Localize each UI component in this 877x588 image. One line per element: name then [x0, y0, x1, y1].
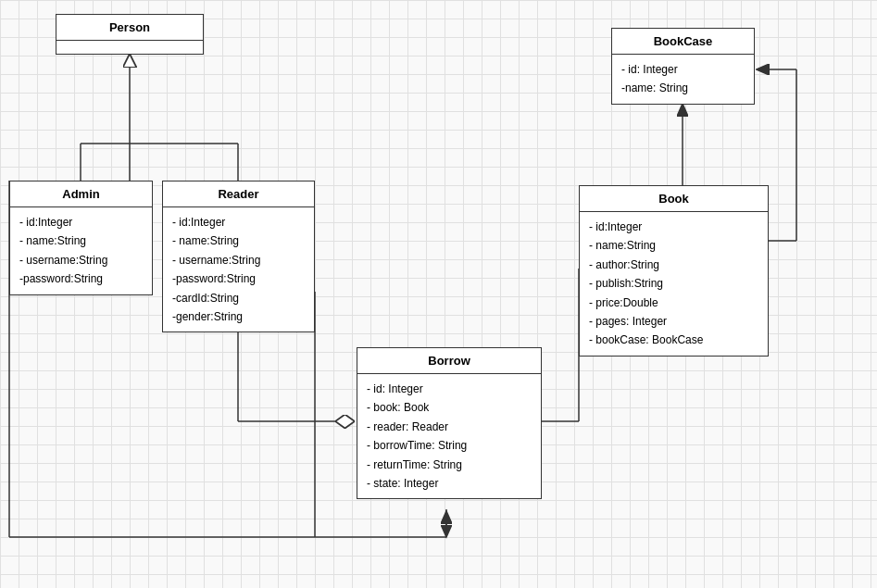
class-admin-header: Admin — [10, 181, 152, 207]
borrow-attr-5: - returnTime: String — [367, 456, 532, 474]
book-attr-7: - bookCase: BookCase — [589, 331, 758, 349]
class-book-body: - id:Integer - name:String - author:Stri… — [580, 212, 768, 356]
book-attr-1: - id:Integer — [589, 218, 758, 236]
bookcase-attr-1: - id: Integer — [621, 60, 745, 79]
reader-attr-4: -password:String — [172, 269, 305, 288]
class-reader-header: Reader — [163, 181, 314, 207]
class-book-header: Book — [580, 186, 768, 212]
class-bookcase-title: BookCase — [654, 34, 713, 48]
admin-attr-1: - id:Integer — [19, 213, 143, 231]
class-borrow: Borrow - id: Integer - book: Book - read… — [357, 347, 542, 499]
reader-attr-1: - id:Integer — [172, 213, 305, 231]
class-person-title: Person — [109, 20, 150, 34]
admin-attr-2: - name:String — [19, 231, 143, 250]
reader-attr-3: - username:String — [172, 251, 305, 269]
class-borrow-title: Borrow — [428, 354, 470, 368]
class-person: Person — [56, 14, 204, 55]
class-borrow-body: - id: Integer - book: Book - reader: Rea… — [357, 374, 541, 498]
class-bookcase-body: - id: Integer -name: String — [612, 55, 754, 104]
borrow-attr-3: - reader: Reader — [367, 418, 532, 436]
book-attr-2: - name:String — [589, 236, 758, 255]
admin-attr-3: - username:String — [19, 251, 143, 269]
class-admin-title: Admin — [62, 187, 99, 201]
reader-attr-2: - name:String — [172, 231, 305, 250]
uml-diagram: Person Admin - id:Integer - name:String … — [0, 0, 877, 588]
book-attr-6: - pages: Integer — [589, 312, 758, 331]
class-reader: Reader - id:Integer - name:String - user… — [162, 181, 315, 332]
class-admin-body: - id:Integer - name:String - username:St… — [10, 207, 152, 294]
book-attr-4: - publish:String — [589, 274, 758, 293]
class-reader-title: Reader — [218, 187, 258, 201]
borrow-attr-2: - book: Book — [367, 398, 532, 417]
class-reader-body: - id:Integer - name:String - username:St… — [163, 207, 314, 332]
borrow-attr-4: - borrowTime: String — [367, 436, 532, 455]
class-bookcase: BookCase - id: Integer -name: String — [611, 28, 755, 105]
class-book: Book - id:Integer - name:String - author… — [579, 185, 769, 357]
book-attr-3: - author:String — [589, 256, 758, 274]
admin-attr-4: -password:String — [19, 269, 143, 288]
class-borrow-header: Borrow — [357, 348, 541, 374]
class-person-body — [56, 41, 203, 54]
reader-attr-6: -gender:String — [172, 307, 305, 326]
class-book-title: Book — [658, 192, 689, 206]
class-person-header: Person — [56, 15, 203, 41]
reader-attr-5: -cardId:String — [172, 289, 305, 307]
class-admin: Admin - id:Integer - name:String - usern… — [9, 181, 153, 295]
class-bookcase-header: BookCase — [612, 29, 754, 55]
borrow-attr-1: - id: Integer — [367, 380, 532, 398]
book-attr-5: - price:Double — [589, 294, 758, 312]
borrow-attr-6: - state: Integer — [367, 474, 532, 493]
bookcase-attr-2: -name: String — [621, 79, 745, 97]
